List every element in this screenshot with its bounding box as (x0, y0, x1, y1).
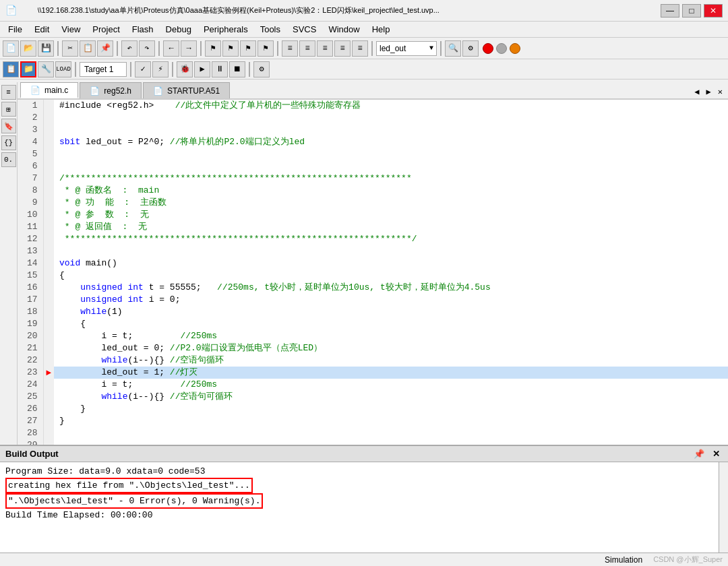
gray-circle-btn[interactable] (496, 43, 507, 54)
save-btn[interactable]: 💾 (38, 40, 54, 57)
menu-item-svcs[interactable]: SVCS (287, 23, 322, 36)
code-cell[interactable]: led_out = 1; //灯灭 (54, 367, 728, 379)
tabs-right-arrow[interactable]: ▶ (704, 86, 714, 98)
minimize-button[interactable]: — (661, 4, 679, 18)
undo-btn[interactable]: ↶ (121, 40, 138, 57)
target-dropdown[interactable]: Target 1 (80, 62, 127, 77)
wand-btn[interactable]: ⚡ (152, 61, 169, 77)
code-cell[interactable]: } (54, 415, 728, 427)
code-cell[interactable]: while(i--){} //空语句可循环 (54, 391, 728, 403)
paste-btn[interactable]: 📌 (97, 40, 113, 57)
menu-item-tools[interactable]: Tools (255, 23, 286, 36)
extra-btn1[interactable]: 🔍 (445, 40, 461, 57)
redo-btn[interactable]: ↷ (139, 40, 155, 57)
code-cell[interactable]: * @ 功 能 : 主函数 (54, 197, 728, 209)
code-cell[interactable]: while(1) (54, 306, 728, 318)
menu-item-window[interactable]: Window (323, 23, 365, 36)
code-cell[interactable] (54, 245, 728, 257)
cut-btn[interactable]: ✂ (62, 40, 78, 57)
code-area[interactable]: 1#include <reg52.h> //此文件中定义了单片机的一些特殊功能寄… (18, 100, 728, 445)
code-cell[interactable]: while(i--){} //空语句循环 (54, 354, 728, 367)
code-cell[interactable] (54, 124, 728, 136)
debug-btn3[interactable]: ⏸ (212, 61, 228, 77)
sidebar-btn3[interactable]: 🔖 (1, 119, 16, 133)
build-select-btn[interactable]: ✓ (135, 61, 151, 77)
code-cell[interactable]: void main() (54, 257, 728, 270)
tabs-left-arrow[interactable]: ◀ (692, 86, 702, 98)
menu-item-edit[interactable]: Edit (29, 23, 55, 36)
extra-btn2[interactable]: ⚙ (462, 40, 479, 57)
close-button[interactable]: ✕ (704, 4, 723, 18)
code-cell[interactable] (54, 439, 728, 445)
menu-item-peripherals[interactable]: Peripherals (198, 23, 253, 36)
btn5[interactable]: ≡ (282, 40, 298, 57)
nav-fwd-btn[interactable]: → (181, 40, 197, 57)
code-cell[interactable] (54, 112, 728, 124)
tab-main-c[interactable]: 📄main.c (20, 82, 78, 98)
btn2[interactable]: ⚑ (222, 40, 239, 57)
code-cell[interactable]: * @ 函数名 : main (54, 185, 728, 197)
sidebar-btn4[interactable]: {} (1, 135, 16, 150)
menu-item-file[interactable]: File (3, 23, 28, 36)
code-cell[interactable]: sbit led_out = P2^0; //将单片机的P2.0端口定义为led (54, 136, 728, 148)
code-cell[interactable]: unsigned int i = 0; (54, 294, 728, 306)
orange-circle-btn[interactable] (510, 43, 520, 54)
open-btn[interactable]: 📂 (20, 40, 36, 57)
table-row: 17 unsigned int i = 0; (18, 294, 728, 306)
dropdown-arrow: ▼ (429, 44, 433, 52)
btn9[interactable]: ≡ (352, 40, 368, 57)
menu-item-debug[interactable]: Debug (160, 23, 197, 36)
code-cell[interactable] (54, 427, 728, 439)
btn7[interactable]: ≡ (317, 40, 333, 57)
code-cell[interactable]: i = t; //250ms (54, 379, 728, 391)
btn4[interactable]: ⚑ (257, 40, 274, 57)
code-cell[interactable]: ****************************************… (54, 233, 728, 245)
settings-icon-btn[interactable]: ⚙ (253, 61, 270, 77)
menu-item-project[interactable]: Project (87, 23, 125, 36)
debug-btn1[interactable]: 🐞 (177, 61, 193, 77)
sidebar-btn5[interactable]: 0. (1, 152, 16, 167)
led-out-dropdown[interactable]: led_out ▼ (376, 41, 437, 56)
maximize-button[interactable]: □ (682, 4, 701, 18)
file-icon-btn[interactable]: 📁 (20, 61, 36, 77)
build-pin-btn[interactable]: 📌 (691, 449, 707, 459)
tab-startup-a51[interactable]: 📄STARTUP.A51 (143, 82, 230, 98)
sidebar-btn2[interactable]: ⊞ (1, 102, 16, 117)
code-cell[interactable]: #include <reg52.h> //此文件中定义了单片机的一些特殊功能寄存… (54, 100, 728, 112)
red-circle-btn[interactable] (483, 43, 493, 54)
menu-item-help[interactable]: Help (367, 23, 396, 36)
code-cell[interactable]: * @ 返回值 : 无 (54, 221, 728, 233)
build-output-line: Build Time Elapsed: 00:00:00 (5, 509, 723, 522)
line-number: 22 (18, 354, 43, 367)
code-cell[interactable]: } (54, 403, 728, 415)
menu-item-view[interactable]: View (56, 23, 86, 36)
new-file-btn[interactable]: 📄 (3, 40, 19, 57)
code-cell[interactable]: led_out = 0; //P2.0端口设置为低电平（点亮LED） (54, 342, 728, 354)
reg-btn[interactable]: 🔧 (38, 61, 54, 77)
nav-back-btn[interactable]: ← (163, 40, 179, 57)
btn8[interactable]: ≡ (334, 40, 351, 57)
sidebar-btn1[interactable]: ≡ (1, 85, 16, 100)
code-cell[interactable]: /***************************************… (54, 172, 728, 185)
project-icon-btn[interactable]: 📋 (3, 61, 19, 77)
code-cell[interactable]: unsigned int t = 55555; //250ms, t较小时，延时… (54, 282, 728, 294)
debug-btn2[interactable]: ▶ (194, 61, 210, 77)
debug-btn4[interactable]: ⏹ (229, 61, 245, 77)
tab-reg52-h[interactable]: 📄reg52.h (80, 82, 142, 98)
code-cell[interactable]: { (54, 270, 728, 282)
code-cell[interactable] (54, 160, 728, 172)
btn6[interactable]: ≡ (299, 40, 315, 57)
build-close-btn[interactable]: ✕ (710, 449, 723, 459)
code-cell[interactable]: i = t; //250ms (54, 330, 728, 342)
table-row: 14void main() (18, 257, 728, 270)
btn1[interactable]: ⚑ (205, 40, 221, 57)
code-cell[interactable]: * @ 参 数 : 无 (54, 209, 728, 221)
btn3[interactable]: ⚑ (240, 40, 256, 57)
code-cell[interactable] (54, 148, 728, 160)
build-scrollbar[interactable] (719, 462, 728, 553)
tabs-close-all[interactable]: ✕ (715, 86, 725, 98)
menu-item-flash[interactable]: Flash (127, 23, 159, 36)
load-btn[interactable]: LOAD (55, 61, 71, 77)
code-cell[interactable]: { (54, 318, 728, 330)
copy-btn[interactable]: 📋 (80, 40, 96, 57)
